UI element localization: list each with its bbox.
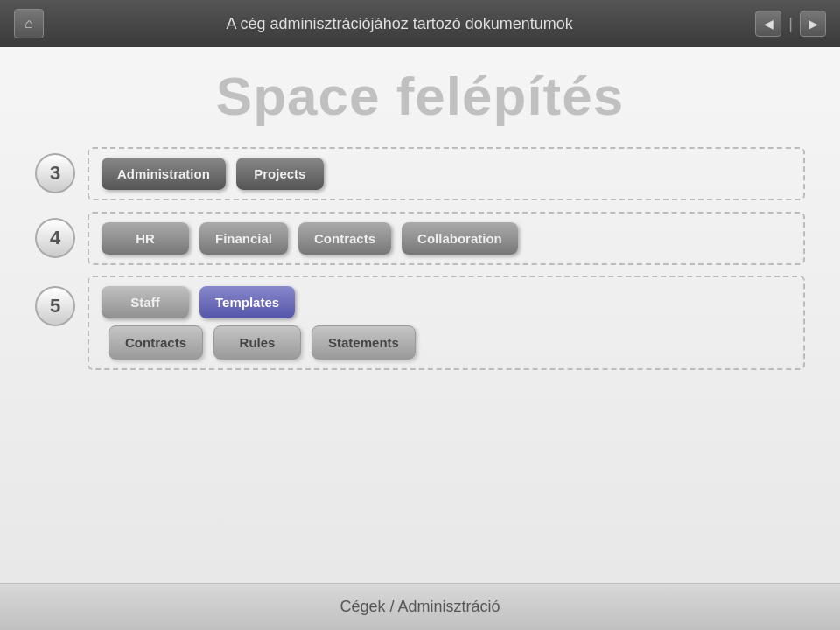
home-button[interactable]: ⌂ — [14, 9, 44, 38]
node-statements[interactable]: Statements — [312, 326, 416, 360]
node-administration[interactable]: Administration — [102, 158, 226, 190]
node-contracts-level5[interactable]: Contracts — [108, 326, 203, 360]
row-box-5: Staff Templates Contracts Rules Statemen… — [88, 276, 805, 370]
row-box-3: Administration Projects — [88, 147, 805, 200]
row5-top-nodes: Staff Templates — [102, 286, 295, 318]
node-financial[interactable]: Financial — [200, 222, 288, 255]
navigation-controls: ◀ | ▶ — [755, 10, 826, 37]
node-collaboration[interactable]: Collaboration — [402, 222, 518, 255]
node-projects[interactable]: Projects — [236, 158, 324, 190]
node-contracts-level4[interactable]: Contracts — [298, 222, 391, 255]
diagram: 3 Administration Projects 4 HR Financial… — [35, 143, 805, 374]
row5-bottom-nodes: Contracts Rules Statements — [102, 326, 416, 360]
row-number-3: 3 — [35, 153, 75, 193]
footer-text: Cégek / Adminisztráció — [340, 598, 500, 616]
node-templates[interactable]: Templates — [200, 286, 295, 318]
nav-separator: | — [788, 15, 793, 33]
diagram-row-5: 5 Staff Templates Contracts Rules Statem… — [35, 276, 805, 370]
back-icon: ◀ — [764, 17, 774, 31]
header: ⌂ A cég adminisztrációjához tartozó doku… — [0, 0, 840, 47]
row-number-5: 5 — [35, 286, 75, 326]
forward-icon: ▶ — [808, 17, 818, 31]
row-number-4: 4 — [35, 218, 75, 258]
row-box-4: HR Financial Contracts Collaboration — [88, 212, 805, 265]
back-button[interactable]: ◀ — [755, 10, 781, 37]
node-rules[interactable]: Rules — [214, 326, 301, 360]
footer: Cégek / Adminisztráció — [0, 583, 840, 630]
home-icon: ⌂ — [24, 16, 33, 32]
diagram-row-4: 4 HR Financial Contracts Collaboration — [35, 207, 805, 269]
node-staff[interactable]: Staff — [102, 286, 189, 318]
diagram-row-3: 3 Administration Projects — [35, 143, 805, 204]
space-title: Space felépítés — [35, 65, 805, 127]
header-title: A cég adminisztrációjához tartozó dokume… — [44, 15, 755, 33]
forward-button[interactable]: ▶ — [800, 10, 826, 37]
main-content: Space felépítés 3 Administration Project… — [0, 47, 840, 583]
node-hr[interactable]: HR — [102, 222, 189, 255]
